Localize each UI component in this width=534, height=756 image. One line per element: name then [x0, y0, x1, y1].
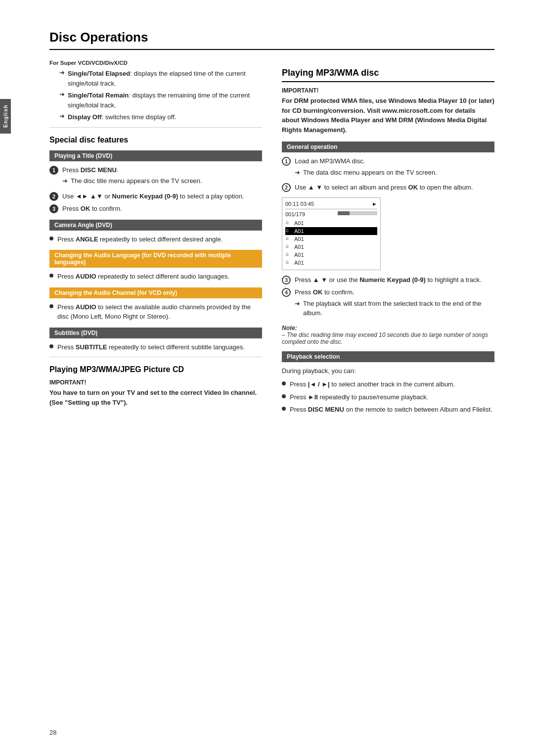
super-vcd-heading: For Super VCD/VCD/DivX/CD: [49, 60, 262, 66]
step-number-1: 1: [49, 166, 58, 175]
screen-list-item-6: ♫ A01: [285, 259, 377, 267]
audio-language-bar: Changing the Audio Language (for DVD rec…: [49, 250, 262, 268]
two-column-layout: For Super VCD/VCD/DivX/CD ➜ Single/Total…: [49, 60, 494, 418]
arrow-icon-2: ➜: [59, 91, 65, 98]
super-vcd-item-3: ➜ Display Off: switches time display off…: [59, 112, 262, 122]
camera-angle-item: Press ANGLE repeatedly to select differe…: [49, 235, 262, 244]
note-text: – The disc reading time may exceed 10 se…: [282, 331, 488, 345]
subtitles-item: Press SUBTITLE repeatedly to select diff…: [49, 342, 262, 352]
special-disc-heading: Special disc features: [49, 136, 262, 144]
audio-channel-bar: Changing the Audio Channel (for VCD only…: [49, 287, 262, 298]
super-vcd-item-2: ➜ Single/Total Remain: displays the rema…: [59, 91, 262, 110]
general-op-step-2: 2 Use ▲ ▼ to select an album and press O…: [282, 183, 494, 192]
divider-1: [49, 127, 262, 128]
general-op-step-3: 3 Press ▲ ▼ or use the Numeric Keypad (0…: [282, 275, 494, 285]
screen-list: ♫ A01 ♫ A01 ♫ A01 ♫ A01: [285, 219, 377, 267]
important-label-right: IMPORTANT!: [282, 87, 494, 94]
arrow-icon-step1: ➜: [62, 176, 68, 186]
screen-time: 00:11 03:45: [285, 201, 314, 207]
step-num-2: 2: [282, 183, 291, 192]
screen-track-bar: 001/179: [285, 211, 377, 217]
important-label-left: IMPORTANT!: [49, 379, 262, 386]
bullet-playback-3: [282, 407, 286, 411]
left-column: For Super VCD/VCD/DivX/CD ➜ Single/Total…: [49, 60, 262, 418]
playback-item-2: Press ►II repeatedly to pause/resume pla…: [282, 392, 494, 402]
general-op-step-4: 4 Press OK to confirm. ➜ The playback wi…: [282, 287, 494, 321]
screen-mockup: 00:11 03:45 ► 001/179 ♫ A01 ♫: [282, 197, 381, 270]
step-num-4: 4: [282, 288, 291, 297]
general-op-step-1: 1 Load an MP3/WMA disc. ➜ The data disc …: [282, 156, 494, 180]
right-column: Playing MP3/WMA disc IMPORTANT! For DRM …: [282, 60, 494, 418]
screen-list-item-3: ♫ A01: [285, 235, 377, 243]
bullet-playback-1: [282, 381, 286, 385]
audio-language-item: Press AUDIO repeatedly to select differe…: [49, 272, 262, 282]
playback-selection-bar: Playback selection: [282, 351, 494, 362]
playing-title-step-3: 3 Press OK to confirm.: [49, 204, 262, 214]
screen-list-item-1: ♫ A01: [285, 219, 377, 227]
general-operation-bar: General operation: [282, 142, 494, 152]
music-icon-2: ♫: [285, 228, 292, 235]
playing-mp3-jpeg-heading: Playing MP3/WMA/JPEG Picture CD: [49, 365, 262, 374]
bullet-dot-4: [49, 344, 53, 348]
bullet-dot-1: [49, 236, 53, 240]
playing-title-step-2: 2 Use ◄► ▲▼ or Numeric Keypad (0-9) to s…: [49, 191, 262, 201]
step-number-3: 3: [49, 204, 58, 213]
page-title: Disc Operations: [49, 30, 494, 50]
bullet-playback-2: [282, 394, 286, 398]
important-text-left: You have to turn on your TV and set to t…: [49, 388, 262, 407]
screen-progress-fill: [338, 211, 350, 215]
arrow-gen-4: ➜: [295, 299, 300, 309]
playing-title-bar: Playing a Title (DVD): [49, 150, 262, 161]
screen-list-item-5: ♫ A01: [285, 251, 377, 259]
music-icon-3: ♫: [285, 236, 292, 242]
step-num-3: 3: [282, 276, 291, 284]
subtitles-bar: Subtitles (DVD): [49, 328, 262, 338]
music-icon-6: ♫: [285, 259, 292, 266]
bullet-dot-2: [49, 274, 53, 278]
music-icon-4: ♫: [285, 243, 292, 250]
important-text-right: For DRM protected WMA files, use Windows…: [282, 96, 494, 135]
arrow-gen-1: ➜: [295, 168, 300, 178]
screen-list-item-2: ♫ A01: [285, 227, 377, 235]
super-vcd-item-1: ➜ Single/Total Elapsed: displays the ela…: [59, 69, 262, 88]
playing-mp3-wma-heading: Playing MP3/WMA disc: [282, 68, 494, 82]
step-num-1: 1: [282, 157, 291, 166]
screen-top-bar: 00:11 03:45 ►: [285, 201, 377, 209]
audio-channel-item: Press AUDIO to select the available audi…: [49, 302, 262, 322]
screen-track: 001/179: [285, 211, 305, 217]
camera-angle-bar: Camera Angle (DVD): [49, 220, 262, 231]
bullet-dot-3: [49, 304, 53, 308]
page-number: 28: [49, 729, 56, 736]
playback-intro: During playback, you can:: [282, 366, 494, 376]
arrow-icon-1: ➜: [59, 69, 65, 76]
music-icon-1: ♫: [285, 220, 292, 227]
arrow-icon-3: ➜: [59, 112, 65, 120]
screen-play-icon: ►: [372, 201, 377, 207]
page: English Disc Operations For Super VCD/VC…: [0, 0, 534, 756]
step-number-2: 2: [49, 192, 58, 201]
playback-item-1: Press |◄ / ►| to select another track in…: [282, 379, 494, 389]
music-icon-5: ♫: [285, 251, 292, 258]
playback-item-3: Press DISC MENU on the remote to switch …: [282, 405, 494, 415]
playing-title-step-1: 1 Press DISC MENU. ➜ The disc title menu…: [49, 165, 262, 189]
note-block: Note: – The disc reading time may exceed…: [282, 325, 494, 345]
screen-progress-bar: [338, 211, 377, 215]
language-tab: English: [0, 99, 11, 134]
screen-list-item-4: ♫ A01: [285, 243, 377, 251]
divider-2: [49, 357, 262, 357]
